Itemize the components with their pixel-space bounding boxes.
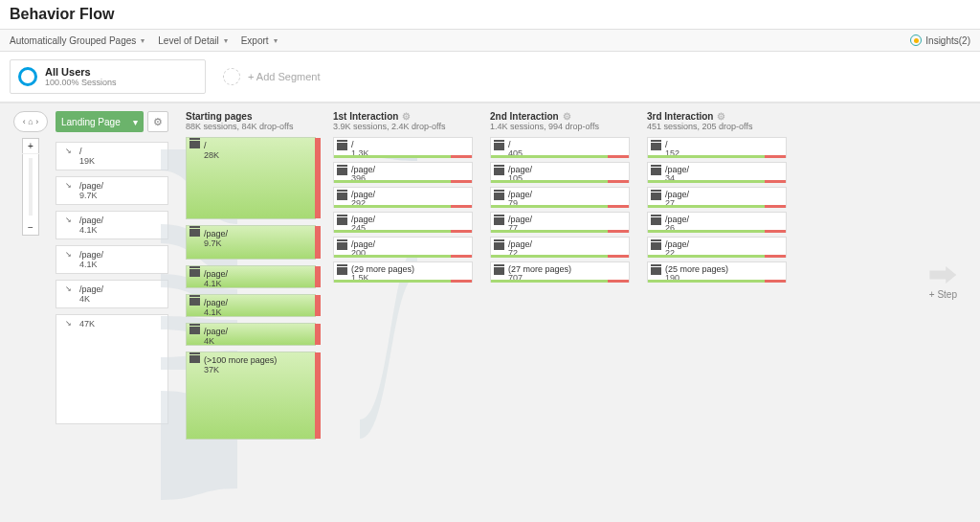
segments-row: All Users 100.00% Sessions + Add Segment: [0, 52, 980, 102]
page-node[interactable]: /page/77: [490, 212, 630, 233]
page-node[interactable]: /405: [490, 137, 630, 158]
page-node[interactable]: (27 more pages)707: [490, 261, 630, 283]
export-dropdown[interactable]: Export: [241, 35, 278, 46]
page-title: Behavior Flow: [10, 6, 114, 23]
insights-icon: [910, 34, 922, 46]
col-sub: 1.4K sessions, 994 drop-offs: [490, 122, 630, 131]
page-icon: [337, 242, 347, 250]
gear-icon[interactable]: ⚙: [717, 111, 725, 122]
col-sub: 451 sessions, 205 drop-offs: [647, 122, 787, 131]
node-label: /page/: [204, 327, 311, 336]
page-node[interactable]: (29 more pages)1.5K: [333, 261, 473, 283]
page-node[interactable]: /page/26: [647, 212, 787, 233]
page-icon: [494, 217, 504, 225]
segment-subtitle: 100.00% Sessions: [45, 78, 117, 87]
page-node[interactable]: (25 more pages)190: [647, 261, 787, 283]
page-icon: [651, 242, 661, 250]
zoom-out-button[interactable]: −: [22, 219, 39, 235]
page-node[interactable]: /page/22: [647, 237, 787, 258]
page-node[interactable]: /page/27: [647, 187, 787, 208]
node-label: /: [204, 141, 311, 150]
session-bar: [491, 230, 629, 233]
dropoff-bar: [315, 324, 321, 345]
dropoff-bar: [315, 266, 321, 287]
enter-icon: [62, 147, 74, 155]
segment-circle-icon: [18, 67, 37, 86]
page-node[interactable]: /page/4.1K: [186, 294, 316, 317]
page-node[interactable]: /1.3K: [333, 137, 473, 158]
landing-gear-button[interactable]: ⚙: [147, 111, 168, 132]
insights-button[interactable]: Insights(2): [910, 34, 970, 46]
page-node[interactable]: /page/245: [333, 212, 473, 233]
col-sub: 3.9K sessions, 2.4K drop-offs: [333, 122, 473, 131]
page-node[interactable]: /page/105: [490, 162, 630, 183]
col-sub: 88K sessions, 84K drop-offs: [186, 122, 316, 131]
page-node[interactable]: /page/292: [333, 187, 473, 208]
col-i1: 1st Interaction⚙ 3.9K sessions, 2.4K dro…: [333, 111, 473, 445]
session-bar: [648, 205, 786, 208]
home-button[interactable]: ‹ ⌂ ›: [13, 111, 48, 132]
node-label: /page/: [508, 191, 625, 199]
node-label: (>100 more pages): [204, 355, 311, 365]
source-node[interactable]: /page/4.1K: [56, 211, 168, 239]
page-node[interactable]: /152: [647, 137, 787, 158]
enter-icon: [62, 284, 74, 293]
page-node[interactable]: (>100 more pages)37K: [186, 352, 316, 440]
page-icon: [189, 327, 200, 334]
session-bar: [334, 255, 472, 258]
page-node[interactable]: /page/72: [490, 237, 630, 258]
node-label: /page/: [665, 240, 782, 249]
node-label: /page/: [351, 216, 468, 224]
segment-all-users[interactable]: All Users 100.00% Sessions: [10, 59, 206, 94]
page-icon: [189, 229, 200, 237]
col-title: 3rd Interaction: [647, 111, 713, 122]
session-bar: [648, 230, 786, 233]
step-arrow-icon: [929, 266, 956, 284]
col-starting: Starting pages 88K sessions, 84K drop-of…: [186, 111, 316, 445]
add-segment-button[interactable]: + Add Segment: [215, 59, 412, 94]
page-node[interactable]: /page/9.7K: [186, 225, 316, 260]
gear-icon[interactable]: ⚙: [402, 111, 411, 122]
page-icon: [189, 269, 200, 277]
node-label: (27 more pages): [508, 265, 625, 274]
source-node[interactable]: /page/4.1K: [56, 245, 168, 274]
zoom-track[interactable]: [29, 158, 33, 216]
enter-icon: [62, 319, 74, 328]
grouped-pages-dropdown[interactable]: Automatically Grouped Pages: [10, 35, 145, 46]
dropoff-bar: [315, 138, 321, 218]
source-node[interactable]: /page/4K: [56, 280, 168, 308]
page-node[interactable]: /page/4K: [186, 323, 316, 346]
col-title: Starting pages: [186, 111, 252, 122]
page-icon: [651, 193, 661, 200]
landing-page-select[interactable]: Landing Page▾: [56, 111, 144, 132]
flow-canvas[interactable]: ‹ ⌂ › + − Landing Page▾ ⚙ /19K/page/9.7K…: [0, 102, 980, 522]
page-icon: [337, 217, 347, 225]
node-label: /: [665, 141, 782, 149]
page-node[interactable]: /28K: [186, 137, 316, 219]
gear-icon[interactable]: ⚙: [563, 111, 571, 122]
page-node[interactable]: /page/396: [333, 162, 473, 183]
node-value: 19K: [79, 156, 95, 166]
zoom-in-button[interactable]: +: [22, 139, 39, 154]
col-i2: 2nd Interaction⚙ 1.4K sessions, 994 drop…: [490, 111, 630, 445]
page-node[interactable]: /page/200: [333, 237, 473, 258]
node-value: 4K: [79, 294, 103, 304]
session-bar: [334, 280, 472, 283]
level-of-detail-dropdown[interactable]: Level of Detail: [158, 35, 227, 46]
page-icon: [651, 168, 661, 175]
node-label: /page/: [79, 250, 103, 260]
page-node[interactable]: /page/34: [647, 162, 787, 183]
source-node[interactable]: /page/9.7K: [56, 176, 168, 205]
page-icon: [189, 298, 200, 306]
source-node[interactable]: /19K: [56, 142, 168, 170]
page-icon: [651, 217, 661, 225]
source-node[interactable]: 47K: [56, 314, 168, 424]
add-step-button[interactable]: + Step: [929, 266, 957, 300]
node-value: 4.1K: [79, 225, 103, 235]
node-value: 47K: [79, 319, 95, 329]
page-node[interactable]: /page/4.1K: [186, 265, 316, 288]
page-node[interactable]: /page/79: [490, 187, 630, 208]
col-i3: 3rd Interaction⚙ 451 sessions, 205 drop-…: [647, 111, 787, 445]
zoom-control[interactable]: + −: [22, 138, 39, 236]
page-icon: [337, 267, 347, 275]
